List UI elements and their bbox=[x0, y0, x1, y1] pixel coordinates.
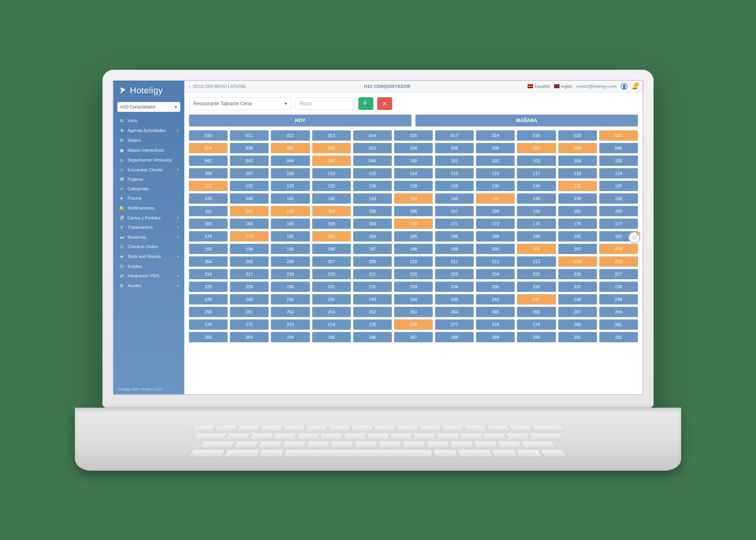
room-cell[interactable]: 015 bbox=[394, 130, 433, 141]
room-cell[interactable]: 186 bbox=[435, 231, 474, 241]
room-cell[interactable]: 218 bbox=[271, 269, 309, 279]
room-cell[interactable]: 196 bbox=[312, 244, 351, 254]
room-cell[interactable]: 263 bbox=[394, 307, 433, 317]
sidebar-item[interactable]: ⚘Tratamientos▾ bbox=[116, 223, 182, 232]
room-cell[interactable]: 042 bbox=[230, 156, 269, 166]
room-cell[interactable]: 017 bbox=[435, 130, 474, 141]
room-cell[interactable]: 162 bbox=[599, 206, 638, 216]
room-cell[interactable]: 138 bbox=[189, 193, 228, 204]
sidebar-item[interactable]: 🛏Reservas▾ bbox=[116, 232, 182, 242]
room-cell[interactable]: 142 bbox=[312, 193, 351, 204]
room-cell[interactable]: 117 bbox=[517, 168, 556, 178]
room-cell[interactable]: 281 bbox=[599, 319, 638, 330]
room-cell[interactable]: 250 bbox=[189, 307, 228, 317]
room-cell[interactable]: 229 bbox=[230, 282, 269, 292]
room-cell[interactable]: 184 bbox=[353, 231, 392, 241]
room-cell[interactable]: 273 bbox=[271, 319, 309, 330]
room-cell[interactable]: 119 bbox=[599, 168, 638, 178]
sidebar-item[interactable]: 🔔Notificaciones bbox=[116, 203, 182, 213]
room-cell[interactable]: 236 bbox=[517, 282, 556, 292]
room-cell[interactable]: 247 bbox=[517, 294, 556, 304]
room-cell[interactable]: 035 bbox=[435, 143, 474, 153]
room-cell[interactable]: 105 bbox=[599, 156, 638, 166]
room-cell[interactable]: 227 bbox=[599, 269, 638, 279]
room-cell[interactable]: 126 bbox=[353, 181, 392, 191]
room-cell[interactable]: 214 bbox=[558, 256, 597, 267]
room-cell[interactable]: 174 bbox=[517, 219, 556, 229]
room-cell[interactable]: 100 bbox=[394, 156, 433, 166]
toggle-sidebar-button[interactable]: ‹ OCULTAR MENU LATERAL bbox=[189, 84, 247, 89]
sidebar-item[interactable]: ★Stats and Repots▾ bbox=[116, 252, 182, 262]
room-cell[interactable]: 212 bbox=[476, 256, 515, 267]
room-cell[interactable]: 123 bbox=[271, 181, 309, 191]
clear-button[interactable]: ✕ bbox=[377, 97, 392, 110]
sidebar-item[interactable]: ⚙Ajustes▾ bbox=[116, 281, 182, 291]
room-cell[interactable]: 012 bbox=[271, 130, 309, 141]
room-cell[interactable]: 023 bbox=[599, 130, 638, 141]
room-cell[interactable]: 024 bbox=[189, 143, 228, 153]
room-cell[interactable]: 032 bbox=[312, 143, 351, 153]
room-cell[interactable]: 150 bbox=[599, 193, 638, 204]
sidebar-item[interactable]: ▣Mapas Interactivos bbox=[116, 145, 182, 155]
room-cell[interactable]: 209 bbox=[353, 256, 392, 267]
room-cell[interactable]: 198 bbox=[394, 244, 433, 254]
room-cell[interactable]: 220 bbox=[312, 269, 351, 279]
room-cell[interactable]: 233 bbox=[394, 282, 433, 292]
room-cell[interactable]: 188 bbox=[476, 231, 515, 241]
room-cell[interactable]: 010 bbox=[189, 130, 228, 141]
room-cell[interactable]: 284 bbox=[271, 332, 309, 342]
room-cell[interactable]: 155 bbox=[353, 206, 392, 216]
room-cell[interactable]: 216 bbox=[189, 269, 228, 279]
room-cell[interactable]: 129 bbox=[435, 181, 474, 191]
room-cell[interactable]: 018 bbox=[476, 130, 515, 141]
sidebar-item[interactable]: ⧉Sliders bbox=[116, 135, 182, 145]
room-cell[interactable]: 154 bbox=[312, 206, 351, 216]
notifications-button[interactable]: 🔔1 bbox=[632, 84, 638, 89]
room-cell[interactable]: 285 bbox=[312, 332, 351, 342]
room-cell[interactable]: 159 bbox=[517, 206, 556, 216]
room-cell[interactable]: 118 bbox=[558, 168, 597, 178]
room-cell[interactable]: 248 bbox=[558, 294, 597, 304]
room-cell[interactable]: 278 bbox=[476, 319, 515, 330]
room-cell[interactable]: 181 bbox=[271, 231, 309, 241]
chat-fab[interactable]: ☺ 0 bbox=[628, 232, 640, 243]
user-avatar-icon[interactable]: 👤 bbox=[621, 83, 628, 90]
room-cell[interactable]: 201 bbox=[517, 244, 556, 254]
room-cell[interactable]: 019 bbox=[517, 130, 556, 141]
room-cell[interactable]: 036 bbox=[476, 143, 515, 153]
room-cell[interactable]: 156 bbox=[394, 206, 433, 216]
room-cell[interactable]: 107 bbox=[230, 168, 269, 178]
room-cell[interactable]: 120 bbox=[189, 181, 228, 191]
room-cell[interactable]: 292 bbox=[599, 332, 638, 342]
room-cell[interactable]: 141 bbox=[271, 193, 309, 204]
room-cell[interactable]: 231 bbox=[312, 282, 351, 292]
room-cell[interactable]: 234 bbox=[435, 282, 474, 292]
room-cell[interactable]: 232 bbox=[353, 282, 392, 292]
room-cell[interactable]: 283 bbox=[230, 332, 269, 342]
room-cell[interactable]: 149 bbox=[558, 193, 597, 204]
room-cell[interactable]: 237 bbox=[558, 282, 597, 292]
room-cell[interactable]: 172 bbox=[476, 219, 515, 229]
room-cell[interactable]: 230 bbox=[271, 282, 309, 292]
room-cell[interactable]: 279 bbox=[517, 319, 556, 330]
room-cell[interactable]: 290 bbox=[517, 332, 556, 342]
room-cell[interactable]: 271 bbox=[230, 319, 269, 330]
room-cell[interactable]: 217 bbox=[230, 269, 269, 279]
room-cell[interactable]: 228 bbox=[189, 282, 228, 292]
room-cell[interactable]: 171 bbox=[435, 219, 474, 229]
sidebar-item[interactable]: ⧉Inicio bbox=[116, 116, 182, 126]
room-cell[interactable]: 115 bbox=[435, 168, 474, 178]
room-cell[interactable]: 014 bbox=[353, 130, 392, 141]
room-cell[interactable]: 221 bbox=[353, 269, 392, 279]
room-cell[interactable]: 246 bbox=[476, 294, 515, 304]
sidebar-item[interactable]: 🗐Paginas bbox=[116, 174, 182, 184]
room-cell[interactable]: 041 bbox=[189, 156, 228, 166]
room-cell[interactable]: 191 bbox=[558, 231, 597, 241]
room-cell[interactable]: 116 bbox=[476, 168, 515, 178]
room-cell[interactable]: 238 bbox=[599, 282, 638, 292]
room-cell[interactable]: 177 bbox=[599, 219, 638, 229]
room-cell[interactable]: 134 bbox=[517, 181, 556, 191]
sidebar-item[interactable]: 🗐Cartas y Pedidos▾ bbox=[116, 213, 182, 223]
room-cell[interactable]: 144 bbox=[394, 193, 433, 204]
room-cell[interactable]: 195 bbox=[271, 244, 309, 254]
